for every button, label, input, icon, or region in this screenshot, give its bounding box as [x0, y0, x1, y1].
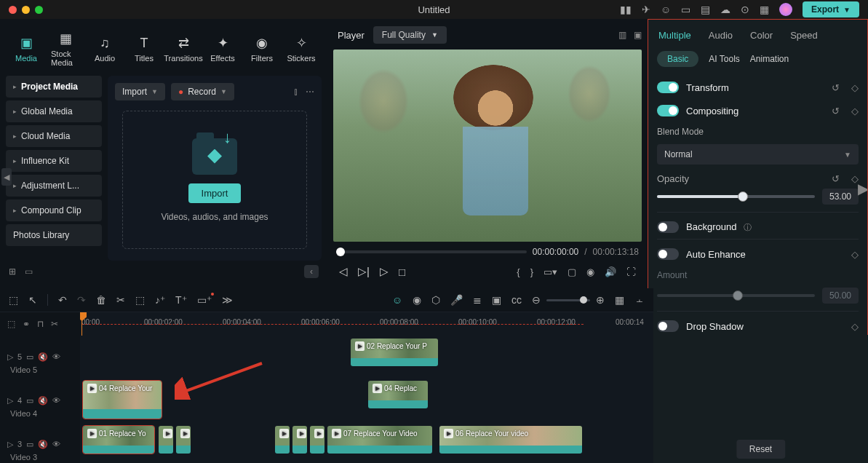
info-icon[interactable]: ⓘ — [744, 223, 752, 232]
headphones-icon[interactable]: ⊙ — [741, 4, 749, 15]
slider-knob[interactable] — [738, 191, 748, 202]
mark-in-icon[interactable]: { — [517, 266, 519, 277]
video-preview[interactable] — [333, 50, 642, 242]
record-dropdown[interactable]: ●Record▼ — [171, 83, 234, 100]
clip-06[interactable]: ▶06 Replace Your video — [439, 426, 582, 454]
visibility-icon[interactable]: 👁 — [52, 352, 60, 361]
layout-icon[interactable]: ▭▾ — [544, 266, 557, 277]
link-icon[interactable]: ⚭ — [23, 319, 30, 329]
zoom-in-icon[interactable]: ⊕ — [596, 294, 605, 306]
clip-04b[interactable]: ▶04 Replac — [368, 381, 428, 408]
tab-audio[interactable]: ♫Audio — [87, 34, 122, 64]
caption-icon[interactable]: cc — [511, 294, 522, 306]
reset-icon[interactable]: ↺ — [832, 173, 840, 184]
user-avatar[interactable] — [779, 3, 792, 16]
more-tools-icon[interactable]: ≫ — [222, 294, 233, 306]
visibility-icon[interactable]: 👁 — [52, 396, 60, 405]
tab-titles[interactable]: TTitles — [127, 34, 162, 64]
subtab-basic[interactable]: Basic — [657, 51, 698, 67]
screen-icon[interactable]: ▭ — [681, 4, 690, 15]
send-icon[interactable]: ✈ — [642, 4, 650, 15]
clip-small-4[interactable]: ▶ — [292, 426, 307, 454]
sidebar-item-influence-kit[interactable]: ▸Influence Kit — [6, 150, 102, 172]
music-tool-icon[interactable]: ♪⁺ — [155, 294, 165, 306]
audio-mix-icon[interactable]: ≣ — [473, 294, 482, 306]
zoom-slider[interactable] — [546, 299, 590, 301]
tab-stickers[interactable]: ✧Stickers — [284, 33, 319, 64]
clip-small-3[interactable]: ▶ — [275, 426, 290, 454]
folder-icon[interactable]: ▭ — [25, 266, 33, 277]
export-button[interactable]: Export ▼ — [803, 1, 859, 17]
mute-icon[interactable]: 🔇 — [38, 352, 48, 362]
import-dropdown[interactable]: Import▼ — [115, 83, 165, 100]
tab-speed[interactable]: Speed — [790, 30, 818, 41]
marker-tool-icon[interactable]: ⬚ — [7, 319, 15, 329]
cloud-icon[interactable]: ☁ — [720, 4, 730, 15]
compositing-toggle[interactable] — [657, 105, 679, 116]
tab-filters[interactable]: ◉Filters — [244, 33, 279, 64]
link-icon[interactable]: ▭ — [26, 396, 33, 405]
ai-icon[interactable]: ☺ — [392, 294, 402, 306]
tab-multiple[interactable]: Multiple — [658, 30, 691, 41]
message-icon[interactable]: ☺ — [661, 4, 671, 15]
mark-out-icon[interactable]: } — [530, 266, 533, 277]
new-folder-icon[interactable]: ⊞ — [9, 266, 16, 277]
clip-07[interactable]: ▶07 Replace Your Video — [327, 426, 432, 454]
opacity-value[interactable]: 53.00 — [822, 189, 859, 205]
reset-icon[interactable]: ↺ — [832, 106, 840, 116]
undo-icon[interactable]: ↶ — [58, 294, 67, 306]
reset-icon[interactable]: ↺ — [832, 82, 840, 93]
clip-small-5[interactable]: ▶ — [310, 426, 324, 454]
sidebar-item-compound-clip[interactable]: ▸Compound Clip — [6, 199, 102, 221]
scrub-bar[interactable] — [336, 250, 527, 253]
tab-audio[interactable]: Audio — [709, 30, 733, 41]
sidebar-item-cloud-media[interactable]: ▸Cloud Media — [6, 125, 102, 147]
mute-icon[interactable]: 🔇 — [38, 440, 48, 449]
redo-icon[interactable]: ↷ — [77, 294, 86, 306]
shield-icon[interactable]: ⬡ — [431, 294, 440, 306]
clip-04-selected[interactable]: ▶04 Replace Your — [83, 381, 162, 419]
drop-shadow-toggle[interactable] — [657, 320, 679, 332]
magnet-icon[interactable]: ⊓ — [37, 319, 44, 329]
gift-icon[interactable]: ▮▮ — [620, 4, 632, 15]
reset-button[interactable]: Reset — [736, 440, 785, 459]
zoom-knob[interactable] — [580, 296, 587, 304]
mute-icon[interactable]: 🔇 — [38, 396, 48, 405]
speed-icon[interactable]: ◉ — [413, 294, 421, 306]
background-toggle[interactable] — [657, 221, 679, 233]
clip-small-2[interactable]: ▶ — [176, 426, 191, 454]
keyframe-icon[interactable]: ◇ — [851, 321, 859, 332]
clip-02[interactable]: ▶02 Replace Your P — [351, 339, 438, 366]
window-controls[interactable] — [9, 6, 43, 14]
keyframe-icon[interactable]: ◇ — [851, 249, 859, 260]
subtab-animation[interactable]: Animation — [750, 54, 789, 64]
play-icon[interactable]: ▷ — [380, 265, 389, 278]
import-button[interactable]: Import — [188, 183, 242, 203]
crop-plus-icon[interactable]: ▭⁺ — [197, 294, 212, 306]
clip-01[interactable]: ▶01 Replace Yo — [83, 426, 154, 454]
visibility-icon[interactable]: 👁 — [52, 440, 60, 448]
grid-view-icon[interactable]: ▦ — [615, 294, 624, 306]
sidebar-item-project-media[interactable]: ▸Project Media — [6, 76, 102, 98]
pic-in-pic-icon[interactable]: ▣ — [492, 294, 501, 306]
settings-icon[interactable]: ⫠ — [634, 294, 645, 306]
tab-transitions[interactable]: ⇄Transitions — [166, 33, 201, 64]
apps-icon[interactable]: ▦ — [760, 4, 769, 15]
sidebar-item-adjustment-layer[interactable]: ▸Adjustment L... — [6, 175, 102, 197]
play-prev-icon[interactable]: ▷| — [358, 265, 370, 278]
tab-color[interactable]: Color — [750, 30, 773, 41]
transform-toggle[interactable] — [657, 82, 679, 93]
prev-frame-icon[interactable]: ◁ — [339, 265, 348, 278]
auto-enhance-toggle[interactable] — [657, 248, 679, 260]
zoom-out-icon[interactable]: ⊖ — [532, 294, 541, 306]
tab-media[interactable]: ▣Media — [9, 33, 44, 64]
stop-icon[interactable]: □ — [399, 266, 405, 278]
fullscreen-icon[interactable]: ⛶ — [626, 266, 636, 277]
close-icon[interactable] — [9, 6, 17, 14]
import-dropzone[interactable]: ↓ Import Videos, audios, and images — [122, 111, 307, 249]
display-icon[interactable]: ▢ — [568, 266, 576, 277]
opacity-slider[interactable] — [657, 195, 815, 198]
subtab-ai-tools[interactable]: AI Tools — [709, 54, 739, 64]
keyframe-icon[interactable]: ◇ — [851, 106, 859, 116]
keyframe-icon[interactable]: ◇ — [851, 82, 859, 93]
